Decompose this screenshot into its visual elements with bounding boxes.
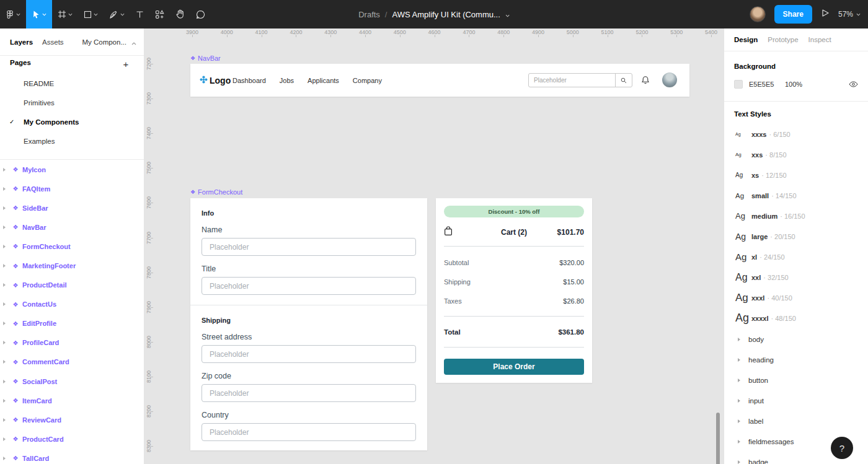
text-style-xxs[interactable]: Agxxs· 8/150 [724, 144, 868, 165]
document-title[interactable]: AWS Amplify UI Kit (Commu... [392, 10, 500, 19]
expand-chevron-icon[interactable] [3, 341, 6, 344]
expand-chevron-icon[interactable] [738, 338, 740, 341]
expand-chevron-icon[interactable] [3, 187, 6, 191]
tab-prototype[interactable]: Prototype [768, 36, 798, 43]
expand-chevron-icon[interactable] [738, 419, 740, 423]
component-item-socialpost[interactable]: ❖SocialPost [0, 372, 144, 391]
text-style-xxxxl[interactable]: Agxxxxl· 48/150 [724, 308, 868, 328]
component-item-profilecard[interactable]: ❖ProfileCard [0, 333, 144, 352]
text-style-group-label[interactable]: label [724, 411, 868, 431]
page-switcher[interactable]: My Compon... [82, 28, 136, 56]
canvas-scrollbar[interactable] [716, 413, 720, 464]
page-item-examples[interactable]: Examples [0, 131, 144, 151]
text-style-medium[interactable]: Agmedium· 16/150 [724, 206, 868, 226]
navbar-avatar[interactable] [662, 72, 677, 87]
text-style-group-input[interactable]: input [724, 390, 868, 411]
hand-tool-button[interactable] [170, 0, 190, 28]
nav-link-dashboard[interactable]: Dashboard [232, 77, 266, 84]
page-item-readme[interactable]: README [0, 74, 144, 93]
present-icon[interactable] [821, 9, 830, 20]
chevron-down-icon[interactable] [505, 10, 510, 19]
shape-tool-button[interactable] [78, 0, 104, 28]
tab-design[interactable]: Design [734, 36, 758, 43]
page-item-my-components[interactable]: ✓My Components [0, 112, 144, 131]
component-item-commentcard[interactable]: ❖CommentCard [0, 352, 144, 372]
visibility-eye-icon[interactable] [849, 81, 858, 87]
expand-chevron-icon[interactable] [738, 399, 740, 403]
field-input-street-address[interactable] [202, 345, 416, 363]
comment-tool-button[interactable] [190, 0, 211, 28]
text-style-group-button[interactable]: button [724, 370, 868, 390]
expand-chevron-icon[interactable] [3, 302, 6, 306]
expand-chevron-icon[interactable] [3, 168, 6, 172]
place-order-button[interactable]: Place Order [444, 359, 584, 375]
text-style-xxxs[interactable]: Agxxxs· 6/150 [724, 124, 868, 144]
component-item-productdetail[interactable]: ❖ProductDetail [0, 276, 144, 295]
expand-chevron-icon[interactable] [3, 283, 6, 287]
expand-chevron-icon[interactable] [738, 440, 740, 444]
add-page-button[interactable]: + [118, 56, 134, 72]
expand-chevron-icon[interactable] [3, 245, 6, 248]
expand-chevron-icon[interactable] [3, 360, 6, 364]
text-style-xl[interactable]: Agxl· 24/150 [724, 247, 868, 267]
expand-chevron-icon[interactable] [738, 358, 740, 362]
design-canvas[interactable]: 3900400041004200430044004500460047004800… [144, 28, 724, 464]
frame-tool-button[interactable] [52, 0, 78, 28]
resources-tool-button[interactable] [149, 0, 170, 28]
component-item-myicon[interactable]: ❖MyIcon [0, 160, 144, 179]
text-style-small[interactable]: Agsmall· 14/150 [724, 185, 868, 206]
checkout-frame-label[interactable]: ❖ FormCheckout [190, 188, 242, 196]
expand-chevron-icon[interactable] [3, 380, 6, 383]
component-item-editprofile[interactable]: ❖EditProfile [0, 314, 144, 333]
nav-link-company[interactable]: Company [353, 77, 382, 84]
cart-summary-panel[interactable]: Discount - 10% off Cart (2) $101.70 Subt… [436, 198, 592, 383]
component-item-tallcard[interactable]: ❖TallCard [0, 449, 144, 464]
expand-chevron-icon[interactable] [3, 399, 6, 403]
text-style-xxl[interactable]: Agxxl· 32/150 [724, 267, 868, 287]
zoom-control[interactable]: 57% [838, 10, 861, 19]
component-item-navbar[interactable]: ❖NavBar [0, 217, 144, 237]
expand-chevron-icon[interactable] [3, 206, 6, 210]
share-button[interactable]: Share [774, 5, 812, 24]
move-tool-button[interactable] [26, 0, 52, 28]
pen-tool-button[interactable] [104, 0, 130, 28]
search-button[interactable] [615, 74, 632, 87]
expand-chevron-icon[interactable] [3, 418, 6, 422]
tab-assets[interactable]: Assets [33, 38, 64, 46]
breadcrumb-folder[interactable]: Drafts [358, 10, 380, 19]
logo[interactable]: Logo [200, 64, 231, 97]
tab-inspect[interactable]: Inspect [808, 36, 831, 43]
page-item-primitives[interactable]: Primitives [0, 93, 144, 112]
text-style-group-heading[interactable]: heading [724, 349, 868, 370]
component-item-faqitem[interactable]: ❖FAQItem [0, 179, 144, 198]
expand-chevron-icon[interactable] [3, 225, 6, 229]
component-item-itemcard[interactable]: ❖ItemCard [0, 391, 144, 410]
component-item-productcard[interactable]: ❖ProductCard [0, 429, 144, 449]
expand-chevron-icon[interactable] [3, 264, 6, 268]
text-style-xs[interactable]: Agxs· 12/150 [724, 165, 868, 185]
navbar-frame-label[interactable]: ❖ NavBar [190, 55, 221, 62]
color-swatch[interactable] [734, 80, 743, 89]
text-style-group-body[interactable]: body [724, 329, 868, 349]
text-tool-button[interactable] [130, 0, 149, 28]
user-avatar[interactable] [750, 6, 766, 22]
nav-link-jobs[interactable]: Jobs [280, 77, 294, 84]
checkout-form-frame[interactable]: InfoNameTitleShippingStreet addressZip c… [190, 198, 427, 450]
component-item-contactus[interactable]: ❖ContactUs [0, 295, 144, 314]
tab-layers[interactable]: Layers [0, 38, 33, 46]
expand-chevron-icon[interactable] [3, 322, 6, 325]
component-item-marketingfooter[interactable]: ❖MarketingFooter [0, 256, 144, 275]
background-opacity[interactable]: 100% [785, 81, 802, 88]
help-button[interactable]: ? [831, 437, 853, 459]
expand-chevron-icon[interactable] [3, 457, 6, 460]
expand-chevron-icon[interactable] [738, 379, 740, 382]
bell-icon[interactable] [641, 76, 650, 87]
component-item-formcheckout[interactable]: ❖FormCheckout [0, 237, 144, 256]
field-input-country[interactable] [202, 423, 416, 441]
background-hex-value[interactable]: E5E5E5 [749, 81, 785, 88]
navbar-component-frame[interactable]: Logo DashboardJobsApplicantsCompany [190, 64, 689, 97]
text-style-xxxl[interactable]: Agxxxl· 40/150 [724, 287, 868, 308]
expand-chevron-icon[interactable] [738, 460, 740, 464]
field-input-name[interactable] [202, 238, 416, 256]
component-item-reviewcard[interactable]: ❖ReviewCard [0, 410, 144, 429]
